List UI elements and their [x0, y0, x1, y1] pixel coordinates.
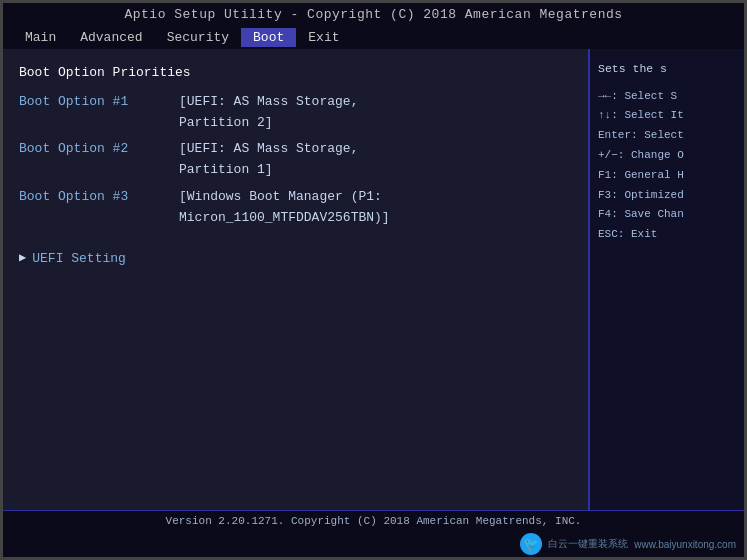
twitter-icon: 🐦	[520, 533, 542, 555]
key-help-line-4: +/−: Change O	[598, 146, 736, 166]
version-text: Version 2.20.1271. Copyright (C) 2018 Am…	[166, 515, 582, 527]
key-help-line-2: ↑↓: Select It	[598, 106, 736, 126]
uefi-setting-label: UEFI Setting	[32, 249, 126, 270]
key-help-line-6: F3: Optimized	[598, 186, 736, 206]
watermark-brand: 白云一键重装系统	[548, 537, 628, 551]
key-help-line-5: F1: General H	[598, 166, 736, 186]
boot-option-3-row: Boot Option #3 [Windows Boot Manager (P1…	[19, 187, 572, 229]
bottom-bar: Version 2.20.1271. Copyright (C) 2018 Am…	[3, 510, 744, 531]
boot-option-3-label[interactable]: Boot Option #3	[19, 187, 179, 208]
menu-item-advanced[interactable]: Advanced	[68, 28, 154, 47]
bios-screen: Aptio Setup Utility - Copyright (C) 2018…	[0, 0, 747, 560]
menu-item-exit[interactable]: Exit	[296, 28, 351, 47]
watermark-url: www.baiyunxitong.com	[634, 539, 736, 550]
watermark-area: 🐦 白云一键重装系统 www.baiyunxitong.com	[3, 531, 744, 557]
boot-option-2-row: Boot Option #2 [UEFI: AS Mass Storage, P…	[19, 139, 572, 181]
boot-option-2-value: [UEFI: AS Mass Storage, Partition 1]	[179, 139, 409, 181]
content-area: Boot Option Priorities Boot Option #1 [U…	[3, 49, 744, 510]
title-bar: Aptio Setup Utility - Copyright (C) 2018…	[3, 3, 744, 26]
menu-bar: Main Advanced Security Boot Exit	[3, 26, 744, 49]
help-title: Sets the s	[598, 59, 736, 79]
right-panel: Sets the s →←: Select S ↑↓: Select It En…	[589, 49, 744, 510]
key-help-line-8: ESC: Exit	[598, 225, 736, 245]
boot-option-1-label[interactable]: Boot Option #1	[19, 92, 179, 113]
key-help: →←: Select S ↑↓: Select It Enter: Select…	[598, 87, 736, 245]
boot-option-3-value: [Windows Boot Manager (P1: Micron_1100_M…	[179, 187, 409, 229]
boot-option-1-value: [UEFI: AS Mass Storage, Partition 2]	[179, 92, 409, 134]
left-panel: Boot Option Priorities Boot Option #1 [U…	[3, 49, 589, 510]
uefi-arrow-icon: ▶	[19, 249, 26, 268]
boot-option-1-row: Boot Option #1 [UEFI: AS Mass Storage, P…	[19, 92, 572, 134]
menu-item-boot[interactable]: Boot	[241, 28, 296, 47]
boot-option-2-label[interactable]: Boot Option #2	[19, 139, 179, 160]
menu-item-security[interactable]: Security	[155, 28, 241, 47]
key-help-line-1: →←: Select S	[598, 87, 736, 107]
key-help-line-7: F4: Save Chan	[598, 205, 736, 225]
key-help-line-3: Enter: Select	[598, 126, 736, 146]
section-title: Boot Option Priorities	[19, 63, 572, 84]
menu-item-main[interactable]: Main	[13, 28, 68, 47]
uefi-setting-row[interactable]: ▶ UEFI Setting	[19, 249, 572, 270]
title-text: Aptio Setup Utility - Copyright (C) 2018…	[124, 7, 622, 22]
